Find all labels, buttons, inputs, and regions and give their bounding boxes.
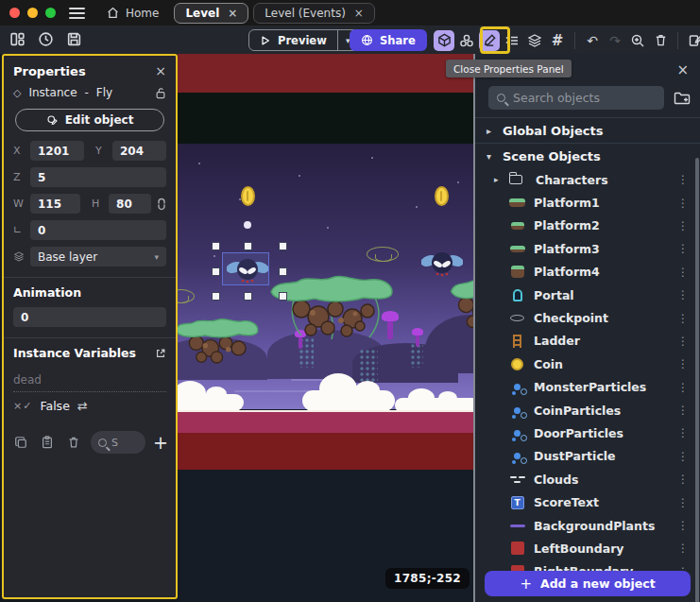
- object-item-monsterparticles[interactable]: MonsterParticles ⋮: [475, 376, 700, 399]
- item-menu-icon[interactable]: ⋮: [675, 219, 691, 232]
- object-item-platform1[interactable]: Platform1 ⋮: [475, 191, 700, 214]
- item-menu-icon[interactable]: ⋮: [675, 335, 691, 348]
- background-plants[interactable]: [359, 349, 378, 383]
- height-input[interactable]: [109, 194, 151, 214]
- instances-list-icon[interactable]: [502, 30, 522, 51]
- panels-layout-icon[interactable]: [9, 30, 26, 48]
- close-tab-icon[interactable]: ×: [354, 7, 364, 20]
- item-menu-icon[interactable]: ⋮: [675, 542, 691, 555]
- objects-scrollbar[interactable]: [695, 158, 699, 602]
- variable-name[interactable]: dead: [13, 370, 166, 392]
- item-menu-icon[interactable]: ⋮: [675, 473, 691, 486]
- trash-icon[interactable]: [64, 433, 83, 452]
- global-objects-group[interactable]: ▸ Global Objects: [475, 117, 700, 143]
- layers-icon[interactable]: [524, 30, 545, 51]
- add-variable-button[interactable]: +: [153, 434, 168, 452]
- selection-handle[interactable]: [244, 242, 252, 250]
- grid-icon[interactable]: #: [547, 30, 568, 51]
- minimize-window-button[interactable]: [27, 8, 38, 18]
- objects-search[interactable]: [488, 86, 664, 110]
- panel-resizer[interactable]: [473, 54, 475, 602]
- lock-open-icon[interactable]: [155, 87, 166, 99]
- selection-handle[interactable]: [279, 267, 287, 276]
- floating-platform[interactable]: [178, 315, 262, 371]
- object-item-characters[interactable]: ▸ Characters ⋮: [475, 168, 700, 191]
- item-menu-icon[interactable]: ⋮: [675, 519, 691, 532]
- edit-object-button[interactable]: Edit object: [15, 109, 164, 131]
- item-menu-icon[interactable]: ⋮: [675, 266, 691, 279]
- tab-level[interactable]: Level ×: [174, 3, 248, 24]
- item-menu-icon[interactable]: ⋮: [675, 450, 691, 463]
- preview-button[interactable]: Preview ▾: [248, 29, 359, 51]
- tab-home[interactable]: Home: [96, 3, 169, 24]
- object-item-coinparticles[interactable]: CoinParticles ⋮: [475, 399, 700, 421]
- selection-handle[interactable]: [244, 292, 252, 301]
- fly-instance[interactable]: [421, 248, 463, 280]
- variables-search-input[interactable]: [111, 437, 138, 449]
- scene-notes-icon[interactable]: [685, 30, 700, 51]
- object-item-portal[interactable]: Portal ⋮: [475, 284, 700, 306]
- add-new-object-button[interactable]: + Add a new object: [485, 571, 691, 596]
- item-menu-icon[interactable]: ⋮: [675, 426, 691, 439]
- item-menu-icon[interactable]: ⋮: [675, 404, 691, 417]
- share-button[interactable]: Share: [350, 29, 427, 51]
- item-menu-icon[interactable]: ⋮: [675, 312, 691, 325]
- paste-icon[interactable]: [38, 433, 57, 452]
- item-menu-icon[interactable]: ⋮: [675, 381, 691, 394]
- item-menu-icon[interactable]: ⋮: [675, 357, 691, 370]
- close-window-button[interactable]: [9, 8, 20, 18]
- object-item-scoretext[interactable]: T ScoreText ⋮: [475, 490, 700, 513]
- cloud[interactable]: [178, 394, 244, 411]
- object-item-ladder[interactable]: Ladder ⋮: [475, 330, 700, 353]
- checkpoint-outline[interactable]: [367, 247, 399, 262]
- floating-platform[interactable]: [448, 273, 475, 332]
- save-icon[interactable]: [65, 30, 83, 48]
- variable-value[interactable]: False: [40, 399, 69, 413]
- maximize-window-button[interactable]: [45, 8, 56, 18]
- coin-instance[interactable]: [435, 186, 449, 206]
- item-menu-icon[interactable]: ⋮: [675, 197, 691, 210]
- animation-input[interactable]: [13, 307, 166, 327]
- item-menu-icon[interactable]: ⋮: [675, 242, 691, 255]
- external-link-icon[interactable]: [155, 348, 166, 359]
- object-item-checkpoint[interactable]: Checkpoint ⋮: [475, 306, 700, 329]
- selection-handle[interactable]: [212, 292, 220, 301]
- menu-icon[interactable]: [69, 8, 85, 19]
- object-item-leftboundary[interactable]: LeftBoundary ⋮: [475, 537, 700, 559]
- object-item-dustparticle[interactable]: DustParticle ⋮: [475, 445, 700, 468]
- fly-instance-selected[interactable]: [227, 254, 268, 286]
- object-item-clouds[interactable]: Clouds ⋮: [475, 468, 700, 490]
- layer-select[interactable]: Base layer ▾: [30, 247, 166, 267]
- selection-handle[interactable]: [212, 267, 220, 276]
- item-menu-icon[interactable]: ⋮: [675, 288, 691, 301]
- close-properties-icon[interactable]: ×: [155, 63, 166, 78]
- object-item-backgroundplants[interactable]: BackgroundPlants ⋮: [475, 514, 700, 537]
- undo-icon[interactable]: ↶: [582, 30, 603, 51]
- swap-value-icon[interactable]: ⇄: [77, 399, 88, 413]
- selection-handle[interactable]: [279, 292, 287, 301]
- object-item-doorparticles[interactable]: DoorParticles ⋮: [475, 421, 700, 444]
- selection-handle[interactable]: [212, 242, 220, 250]
- cloud[interactable]: [302, 390, 395, 411]
- object-item-platform4[interactable]: Platform4 ⋮: [475, 261, 700, 284]
- item-menu-icon[interactable]: ⋮: [675, 173, 691, 186]
- x-input[interactable]: [30, 141, 84, 161]
- z-input[interactable]: [30, 167, 166, 187]
- variables-search[interactable]: [91, 431, 145, 454]
- zoom-in-icon[interactable]: [627, 30, 648, 51]
- copy-icon[interactable]: [11, 433, 30, 452]
- delete-icon[interactable]: [650, 30, 671, 51]
- y-input[interactable]: [112, 141, 166, 161]
- item-menu-icon[interactable]: ⋮: [675, 496, 691, 509]
- scene-canvas[interactable]: 1785;-252: [178, 54, 475, 602]
- object-item-platform3[interactable]: Platform3 ⋮: [475, 237, 700, 260]
- scene-objects-group[interactable]: ▾ Scene Objects: [475, 143, 700, 168]
- close-objects-panel-icon[interactable]: ×: [676, 61, 689, 78]
- object-item-platform2[interactable]: Platform2 ⋮: [475, 215, 700, 237]
- lock-ratio-icon[interactable]: [157, 198, 166, 211]
- angle-input[interactable]: [30, 220, 166, 240]
- close-tab-icon[interactable]: ×: [228, 7, 237, 20]
- floating-platform[interactable]: [265, 271, 398, 345]
- toggle-3d-view-icon[interactable]: [434, 30, 454, 51]
- history-icon[interactable]: [37, 30, 55, 48]
